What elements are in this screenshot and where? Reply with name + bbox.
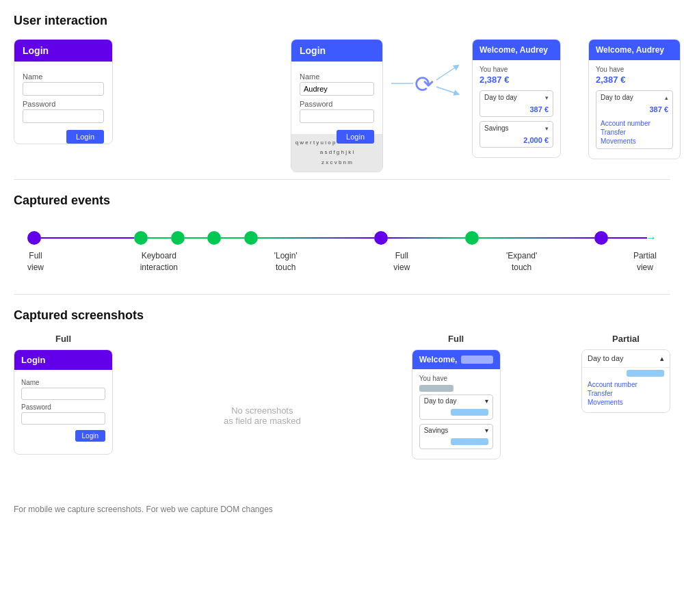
password-label-keyboard: Password bbox=[300, 100, 374, 108]
dot-full-view-1 bbox=[27, 231, 41, 245]
login-button-small[interactable]: Login bbox=[66, 130, 104, 144]
day-to-day-expanded-label: Day to day bbox=[601, 94, 633, 101]
svg-line-1 bbox=[436, 66, 457, 80]
login-button-keyboard[interactable]: Login bbox=[337, 130, 374, 144]
ss-partial-amount-blur bbox=[627, 370, 664, 377]
divider-1 bbox=[14, 179, 670, 180]
you-have-expanded: You have bbox=[596, 66, 673, 73]
segment-8 bbox=[608, 237, 647, 239]
day-to-day-expanded-amount: 387 € bbox=[596, 104, 672, 116]
ss-day-to-day-chevron: ▾ bbox=[485, 397, 488, 405]
ss-day-to-day-header: Day to day ▾ bbox=[420, 395, 492, 407]
ss-savings-blur bbox=[451, 438, 488, 445]
ss-login-btn[interactable]: Login bbox=[75, 430, 105, 442]
welcome-expanded-body: You have 2,387 € Day to day ▴ 387 € Acco… bbox=[589, 60, 680, 159]
dot-expand-touch bbox=[465, 231, 479, 245]
ss-label-partial: Partial bbox=[612, 334, 640, 344]
ss-label-full2: Full bbox=[448, 334, 464, 344]
ss-movements-link[interactable]: Movements bbox=[582, 398, 670, 407]
svg-line-2 bbox=[436, 87, 457, 94]
name-input-small[interactable] bbox=[23, 82, 104, 96]
expand-chevron-up: ▴ bbox=[665, 94, 668, 101]
ss-label-full: Full bbox=[55, 334, 71, 344]
name-input-keyboard[interactable] bbox=[300, 82, 374, 96]
ss-partial-card: Day to day ▴ Account number Transfer Mov… bbox=[581, 349, 670, 413]
transfer-link[interactable]: Transfer bbox=[601, 128, 668, 137]
keyboard-row2: a s d f g h j k l bbox=[294, 148, 380, 157]
welcome-expanded-header: Welcome, Audrey bbox=[589, 40, 680, 60]
no-screenshots-box: No screenshots as field are masked bbox=[194, 334, 330, 498]
you-have-label: You have bbox=[479, 66, 553, 73]
ss-login-card-full: Login Name Password Login bbox=[14, 349, 113, 455]
user-interaction-section: User interaction Login Name Password Log… bbox=[14, 14, 670, 172]
login-card-small-body: Name Password Login bbox=[14, 62, 112, 134]
timeline-row: → bbox=[27, 231, 657, 245]
password-input-small[interactable] bbox=[23, 109, 104, 123]
section-title-user-interaction: User interaction bbox=[14, 14, 670, 28]
segment-3 bbox=[185, 237, 208, 239]
keyboard-row3: z x c v b n m bbox=[294, 158, 380, 168]
ss-day-to-day-row: Day to day ▾ bbox=[419, 394, 493, 420]
login-keyboard-body: Name Password Login bbox=[291, 62, 382, 134]
day-to-day-header: Day to day ▾ bbox=[480, 91, 553, 104]
ss-col-full2: Full Welcome, You have Day to day ▾ bbox=[412, 334, 501, 459]
ss-welcome-body: You have Day to day ▾ Savings ▾ bbox=[412, 369, 500, 459]
label-partial-view: Partialview bbox=[633, 250, 657, 273]
label-keyboard: Keyboardinteraction bbox=[140, 250, 178, 273]
total-amount: 2,387 € bbox=[479, 75, 553, 85]
ss-partial-day-to-day: Day to day bbox=[588, 354, 624, 363]
dot-partial-view bbox=[594, 231, 608, 245]
savings-chevron: ▾ bbox=[545, 125, 549, 132]
segment-4 bbox=[221, 237, 244, 239]
ss-savings-label: Savings bbox=[424, 427, 449, 434]
account-number-link[interactable]: Account number bbox=[601, 119, 668, 128]
ss-col-no-screenshots: No screenshots as field are masked bbox=[194, 334, 330, 498]
welcome-card-normal-body: You have 2,387 € Day to day ▾ 387 € Savi… bbox=[473, 60, 560, 157]
login-card-small: Login Name Password Login bbox=[14, 39, 113, 144]
ss-account-number-link[interactable]: Account number bbox=[582, 380, 670, 389]
segment-7 bbox=[479, 237, 595, 239]
savings-label: Savings bbox=[484, 124, 509, 132]
label-login-touch: 'Login'touch bbox=[274, 250, 298, 273]
label-full-view-1: Fullview bbox=[27, 250, 44, 273]
dot-keyboard-2 bbox=[171, 231, 185, 245]
day-to-day-row: Day to day ▾ 387 € bbox=[479, 90, 553, 117]
ss-login-header: Login bbox=[14, 350, 112, 370]
captured-screenshots-section: Captured screenshots Full Login Name Pas… bbox=[14, 308, 670, 498]
ss-col-partial: Partial Day to day ▴ Account number Tran… bbox=[581, 334, 670, 413]
segment-1 bbox=[41, 237, 134, 239]
timeline-arrow: → bbox=[646, 232, 657, 244]
savings-row: Savings ▾ 2,000 € bbox=[479, 121, 553, 148]
timeline-container: → Fullview Keyboardinteraction 'Login'to… bbox=[14, 219, 670, 287]
ss-login-body: Name Password Login bbox=[14, 370, 112, 454]
expanded-menu: Account number Transfer Movements bbox=[596, 116, 672, 148]
password-input-keyboard[interactable] bbox=[300, 109, 374, 123]
movements-link[interactable]: Movements bbox=[601, 137, 668, 146]
no-screenshots-line2: as field are masked bbox=[224, 416, 301, 426]
ss-welcome-text: Welcome, bbox=[419, 355, 458, 364]
ss-savings-header: Savings ▾ bbox=[420, 425, 492, 436]
dot-keyboard-3 bbox=[207, 231, 221, 245]
segment-6 bbox=[388, 237, 465, 239]
segment-5 bbox=[258, 237, 374, 239]
ss-amount-blur bbox=[419, 385, 453, 392]
dot-login-touch bbox=[244, 231, 258, 245]
connector-svg: ⟳ bbox=[383, 46, 465, 128]
ss-transfer-link[interactable]: Transfer bbox=[582, 389, 670, 398]
label-full-view-2: Fullview bbox=[393, 250, 410, 273]
ss-password-input bbox=[21, 412, 105, 425]
name-label-small: Name bbox=[23, 72, 104, 81]
ss-partial-chevron-up: ▴ bbox=[660, 354, 664, 363]
screenshots-grid: Full Login Name Password Login No screen… bbox=[14, 334, 670, 498]
login-card-keyboard: Login Name Password Login q w e r t y u … bbox=[291, 39, 383, 172]
name-label-keyboard: Name bbox=[300, 72, 374, 81]
total-amount-expanded: 2,387 € bbox=[596, 75, 673, 85]
day-to-day-chevron: ▾ bbox=[545, 94, 549, 101]
ss-col-full: Full Login Name Password Login bbox=[14, 334, 113, 455]
login-card-small-header: Login bbox=[14, 40, 112, 62]
savings-header: Savings ▾ bbox=[480, 122, 553, 135]
ss-you-have: You have bbox=[419, 375, 493, 382]
footer-note: For mobile we capture screenshots. For w… bbox=[14, 505, 670, 514]
welcome-card-normal-header: Welcome, Audrey bbox=[473, 40, 560, 60]
section-title-screenshots: Captured screenshots bbox=[14, 308, 670, 323]
